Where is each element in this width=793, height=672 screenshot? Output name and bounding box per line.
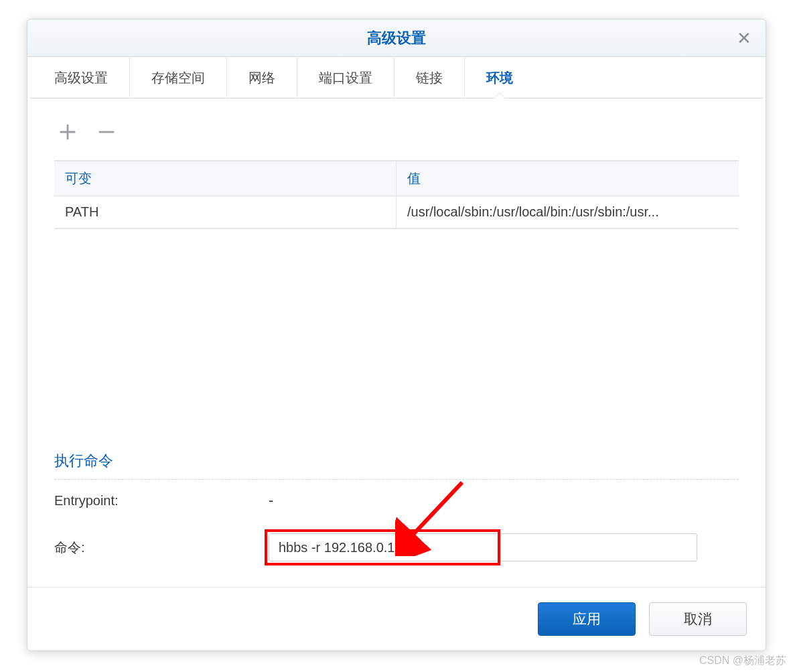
env-table-header: 可变 值	[54, 161, 739, 196]
command-input-wrap	[269, 533, 739, 561]
tab-environment[interactable]: 环境	[465, 57, 534, 98]
th-value: 值	[396, 161, 739, 196]
cancel-button[interactable]: 取消	[649, 602, 747, 636]
tab-port[interactable]: 端口设置	[297, 57, 394, 98]
env-table: 可变 值 PATH /usr/local/sbin:/usr/local/bin…	[54, 160, 739, 229]
tab-bar: 高级设置 存储空间 网络 端口设置 链接 环境	[30, 57, 763, 98]
command-label: 命令:	[54, 539, 269, 557]
exec-section-title: 执行命令	[54, 424, 739, 480]
apply-button[interactable]: 应用	[538, 602, 636, 636]
dialog-footer: 应用 取消	[27, 587, 766, 651]
tab-links[interactable]: 链接	[394, 57, 465, 98]
dialog-titlebar: 高级设置 ✕	[27, 19, 766, 57]
dialog-body: 可变 值 PATH /usr/local/sbin:/usr/local/bin…	[27, 98, 766, 587]
entrypoint-row: Entrypoint: -	[54, 480, 739, 521]
tab-network[interactable]: 网络	[227, 57, 297, 98]
watermark: CSDN @杨浦老苏	[699, 654, 786, 668]
command-row: 命令:	[54, 521, 739, 574]
close-icon[interactable]: ✕	[735, 29, 753, 48]
th-variable: 可变	[54, 161, 396, 196]
entrypoint-label: Entrypoint:	[54, 493, 269, 509]
table-row[interactable]: PATH /usr/local/sbin:/usr/local/bin:/usr…	[54, 196, 739, 228]
env-toolbar	[54, 115, 739, 160]
remove-icon[interactable]	[93, 119, 120, 145]
tab-volume[interactable]: 存储空间	[130, 57, 227, 98]
command-input[interactable]	[269, 533, 697, 561]
advanced-settings-dialog: 高级设置 ✕ 高级设置 存储空间 网络 端口设置 链接 环境 可变 值 PATH…	[27, 19, 766, 651]
cell-value: /usr/local/sbin:/usr/local/bin:/usr/sbin…	[396, 196, 739, 228]
add-icon[interactable]	[54, 119, 81, 145]
entrypoint-value: -	[269, 492, 273, 509]
cell-variable: PATH	[54, 196, 396, 228]
tab-advanced[interactable]: 高级设置	[33, 57, 130, 98]
dialog-title: 高级设置	[367, 28, 426, 48]
